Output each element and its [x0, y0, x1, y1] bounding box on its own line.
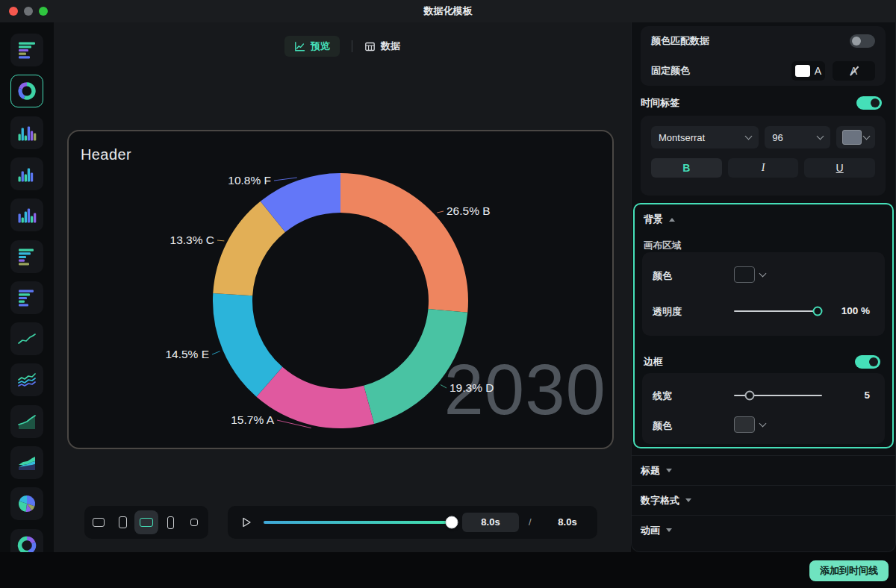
svg-text:15.7% A: 15.7% A [231, 413, 274, 426]
collapse-down-icon [666, 469, 672, 472]
area-chart-icon [10, 405, 43, 438]
italic-button[interactable]: I [728, 158, 799, 178]
zoom-button[interactable] [39, 7, 48, 16]
chevron-down-icon [863, 133, 871, 140]
sidebar-template-1[interactable] [10, 34, 43, 66]
bold-button[interactable]: B [651, 158, 722, 178]
aspect-ratio-square[interactable] [182, 510, 206, 534]
line-width-handle[interactable] [745, 391, 755, 401]
time-divider: / [529, 513, 532, 532]
tab-data-label: 数据 [381, 40, 400, 53]
line-width-value: 5 [864, 390, 870, 401]
sidebar-template-13[interactable] [10, 529, 43, 552]
timeline-handle[interactable] [446, 516, 458, 529]
svg-text:26.5% B: 26.5% B [447, 204, 491, 217]
square-shape-icon [190, 519, 198, 526]
fixed-color-none-button[interactable]: A [833, 61, 875, 81]
stacked-area-chart-icon [10, 446, 43, 479]
aspect-ratio-landscape[interactable] [87, 510, 111, 534]
sidebar-template-10[interactable] [10, 405, 43, 438]
chevron-down-icon [759, 420, 767, 428]
donut-chart-2-icon [10, 529, 43, 552]
multi-line-chart-icon [10, 363, 43, 396]
svg-text:10.8% F: 10.8% F [228, 174, 271, 187]
border-settings-card: 线宽 5 颜色 [642, 373, 885, 444]
fixed-color-solid-letter: A [815, 65, 821, 77]
line-width-label: 线宽 [653, 390, 672, 403]
collapse-down-icon [666, 528, 672, 532]
pie-chart-icon [10, 487, 43, 520]
background-title: 背景 [644, 213, 663, 226]
fixed-color-solid-button[interactable]: A [791, 61, 825, 81]
minimize-button[interactable] [24, 7, 33, 16]
section-title[interactable]: 标题 [632, 455, 895, 485]
portrait-shape-icon [119, 516, 127, 528]
table-icon [364, 41, 376, 52]
add-to-timeline-button[interactable]: 添加到时间线 [809, 560, 889, 581]
sidebar-template-3[interactable] [10, 116, 43, 149]
sidebar-template-6[interactable] [10, 240, 43, 273]
opacity-handle[interactable] [813, 307, 823, 316]
border-toggle[interactable] [855, 355, 880, 369]
font-size-select[interactable]: 96 [765, 126, 830, 148]
close-button[interactable] [9, 7, 18, 16]
aspect-ratio-landscape-rounded-selected[interactable] [134, 510, 158, 534]
tab-divider [352, 40, 352, 52]
aspect-ratio-portrait[interactable] [111, 510, 134, 534]
underline-button[interactable]: U [804, 158, 875, 178]
settings-panel: 颜色匹配数据 固定颜色 A A [631, 22, 896, 552]
font-size-value: 96 [772, 132, 783, 143]
line-chart-icon [294, 41, 305, 52]
sidebar-template-8[interactable] [10, 322, 43, 355]
time-label-toggle[interactable] [856, 96, 882, 110]
aspect-ratio-group [84, 506, 208, 539]
font-settings-card: Montserrat 96 B I U [641, 116, 886, 196]
donut-chart: 26.5% B19.3% D15.7% A14.5% E13.3% C10.8%… [67, 130, 614, 449]
canvas-settings-card: 颜色 透明度 100 % [642, 252, 885, 336]
sidebar-template-4[interactable] [10, 157, 43, 190]
tab-preview[interactable]: 预览 [284, 36, 340, 57]
sidebar-template-2[interactable] [10, 75, 43, 107]
time-label-row: 时间标签 [632, 88, 895, 118]
font-color-select[interactable] [836, 126, 875, 148]
section-animation[interactable]: 动画 [632, 515, 895, 545]
color-match-toggle[interactable] [850, 34, 875, 48]
line-chart-icon [10, 322, 43, 355]
bars-horizontal-2-icon [10, 240, 43, 273]
tab-data[interactable]: 数据 [364, 36, 400, 57]
font-family-select[interactable]: Montserrat [651, 126, 759, 148]
opacity-slider[interactable] [734, 310, 822, 312]
sidebar-template-11[interactable] [10, 446, 43, 479]
donut-chart-icon [11, 75, 43, 107]
canvas-color-swatch [734, 266, 755, 283]
current-time: 8.0s [462, 513, 519, 532]
chart-header: Header [81, 146, 131, 163]
timeline-slider[interactable] [264, 521, 458, 524]
center-area: 预览 数据 2030 26.5% B19.3% D15.7% A14.5% E1… [54, 22, 631, 552]
landscape-shape-icon [93, 518, 105, 527]
total-duration: 8.0s [544, 513, 591, 532]
sidebar-template-7[interactable] [10, 281, 43, 314]
fixed-color-row: 固定颜色 A A [641, 56, 886, 86]
aspect-ratio-tall[interactable] [158, 510, 182, 534]
canvas-color-picker[interactable] [734, 266, 765, 283]
column-chart-2-icon [10, 157, 43, 190]
canvas-color-label: 颜色 [653, 269, 672, 283]
section-number-format[interactable]: 数字格式 [632, 485, 895, 515]
play-icon[interactable] [240, 516, 253, 529]
sidebar-template-9[interactable] [10, 363, 43, 396]
border-color-swatch [734, 416, 755, 433]
tab-preview-label: 预览 [311, 40, 330, 53]
line-width-slider[interactable] [734, 395, 822, 396]
background-section-header[interactable]: 背景 [644, 213, 675, 226]
border-color-picker[interactable] [734, 416, 765, 433]
template-sidebar [0, 22, 54, 552]
white-color-swatch [795, 65, 810, 77]
app-window: 数据化模板 预览 数据 [0, 0, 896, 588]
opacity-value: 100 % [841, 305, 870, 316]
chevron-down-icon [817, 133, 824, 140]
sidebar-template-12[interactable] [10, 487, 43, 520]
sidebar-template-5[interactable] [10, 198, 43, 231]
window-title: 数据化模板 [0, 0, 896, 22]
svg-text:14.5% E: 14.5% E [165, 348, 209, 360]
